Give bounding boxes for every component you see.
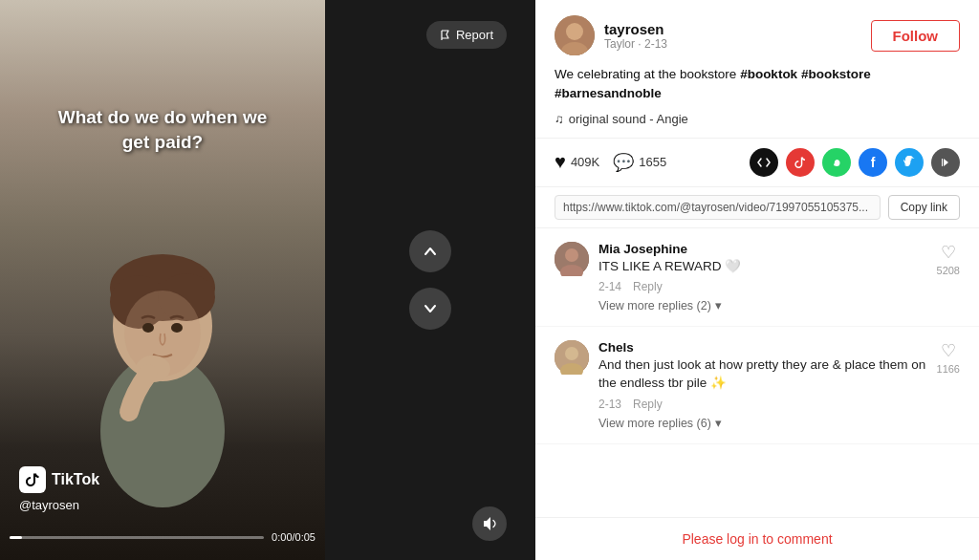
action-left: ♥ 409K 💬 1655	[555, 151, 666, 173]
sound-icon	[481, 515, 498, 532]
avatar	[555, 15, 595, 55]
url-display: https://www.tiktok.com/@tayrosen/video/7…	[555, 195, 881, 220]
svg-point-18	[565, 347, 578, 360]
login-to-comment-button[interactable]: Please log in to comment	[555, 531, 960, 547]
chevron-down-icon	[421, 299, 440, 318]
comment-body: Mia Josephine ITS LIKE A REWARD 🤍 2-14 R…	[598, 242, 927, 313]
comment-like: ♡ 5208	[937, 242, 960, 313]
time-display: 0:00/0:05	[272, 531, 315, 543]
flag-icon	[440, 30, 451, 41]
video-username: @tayrosen	[19, 498, 79, 512]
profile-info: tayrosen Taylor · 2-13	[604, 21, 667, 51]
sound-button[interactable]	[472, 506, 507, 541]
tiktok-share-icon	[794, 156, 807, 169]
profile-left: tayrosen Taylor · 2-13	[555, 15, 667, 55]
like-count: 409K	[571, 155, 599, 169]
comment-text: ITS LIKE A REWARD 🤍	[598, 258, 927, 276]
login-footer: Please log in to comment	[535, 517, 979, 560]
share-icons: f	[750, 148, 960, 177]
follow-button[interactable]: Follow	[871, 20, 961, 52]
progress-bar-fill	[10, 536, 22, 539]
more-share-button[interactable]	[931, 148, 960, 177]
tiktok-share-button[interactable]	[786, 148, 815, 177]
comment-item: Chels And then just look at how pretty t…	[535, 327, 979, 444]
heart-icon: ♥	[555, 151, 566, 173]
comment-body: Chels And then just look at how pretty t…	[598, 340, 927, 430]
comment-meta: 2-13 Reply	[598, 398, 927, 411]
info-panel: tayrosen Taylor · 2-13 Follow We celebra…	[535, 0, 979, 560]
like-heart-icon[interactable]: ♡	[941, 242, 956, 263]
embed-icon	[757, 156, 771, 169]
share-more-icon	[939, 156, 952, 169]
view-more-replies-button[interactable]: View more replies (2) ▾	[598, 298, 927, 312]
chevron-up-icon	[421, 242, 440, 261]
twitter-icon	[903, 156, 916, 168]
nav-down-button[interactable]	[409, 288, 451, 330]
svg-point-11	[566, 23, 583, 40]
whatsapp-share-button[interactable]	[822, 148, 851, 177]
like-action[interactable]: ♥ 409K	[555, 151, 599, 173]
comment-text: And then just look at how pretty they ar…	[598, 356, 927, 393]
facebook-icon: f	[871, 155, 876, 170]
comment-action[interactable]: 💬 1655	[613, 152, 666, 173]
comment-date: 2-13	[598, 398, 621, 411]
report-button[interactable]: Report	[426, 21, 507, 49]
embed-share-button[interactable]	[750, 148, 778, 177]
svg-point-8	[171, 323, 183, 333]
chevron-icon: ▾	[715, 416, 722, 430]
comment-avatar	[555, 242, 589, 276]
comment-avatar	[555, 340, 589, 375]
chevron-icon: ▾	[715, 298, 722, 312]
tiktok-logo: TikTok	[19, 466, 99, 493]
video-text-overlay: What do we do when we get paid?	[0, 105, 325, 154]
view-more-replies-button[interactable]: View more replies (6) ▾	[598, 416, 927, 430]
comment-count: 1655	[639, 155, 666, 169]
progress-bar-container[interactable]: 0:00/0:05	[10, 531, 315, 543]
video-panel: What do we do when we get paid? TikTok @…	[0, 0, 325, 560]
music-note-icon: ♫	[555, 112, 564, 126]
comment-item: Mia Josephine ITS LIKE A REWARD 🤍 2-14 R…	[535, 228, 979, 328]
comment-date: 2-14	[598, 280, 621, 293]
copy-link-button[interactable]: Copy link	[888, 195, 960, 220]
comment-username: Mia Josephine	[598, 242, 927, 256]
comment-like-count: 5208	[937, 265, 960, 276]
whatsapp-icon	[830, 156, 843, 169]
action-bar: ♥ 409K 💬 1655	[535, 139, 979, 187]
comment-like: ♡ 1166	[937, 340, 960, 430]
comment-reply-button[interactable]: Reply	[633, 280, 663, 293]
progress-bar-bg	[10, 536, 264, 539]
nav-up-button[interactable]	[409, 230, 451, 272]
svg-point-15	[565, 248, 578, 262]
comment-meta: 2-14 Reply	[598, 280, 927, 293]
comments-section: Mia Josephine ITS LIKE A REWARD 🤍 2-14 R…	[535, 228, 979, 518]
svg-point-7	[142, 323, 154, 333]
comment-icon: 💬	[613, 152, 634, 173]
profile-row: tayrosen Taylor · 2-13 Follow	[555, 15, 960, 55]
like-heart-icon[interactable]: ♡	[941, 340, 956, 361]
tiktok-icon	[19, 466, 46, 493]
middle-panel: Report	[325, 0, 535, 560]
comment-like-count: 1166	[937, 363, 960, 375]
comment-reply-button[interactable]: Reply	[633, 398, 663, 411]
caption: We celebrating at the bookstore #booktok…	[555, 65, 960, 104]
profile-username: tayrosen	[604, 21, 667, 37]
twitter-share-button[interactable]	[895, 148, 924, 177]
profile-subtitle: Taylor · 2-13	[604, 37, 667, 51]
tiktok-label: TikTok	[52, 471, 99, 488]
comment-username: Chels	[598, 340, 927, 355]
facebook-share-button[interactable]: f	[859, 148, 887, 177]
sound-info: ♫ original sound - Angie	[555, 112, 960, 126]
info-header: tayrosen Taylor · 2-13 Follow We celebra…	[535, 0, 979, 139]
sound-label: original sound - Angie	[569, 112, 688, 126]
url-bar: https://www.tiktok.com/@tayrosen/video/7…	[535, 187, 979, 228]
